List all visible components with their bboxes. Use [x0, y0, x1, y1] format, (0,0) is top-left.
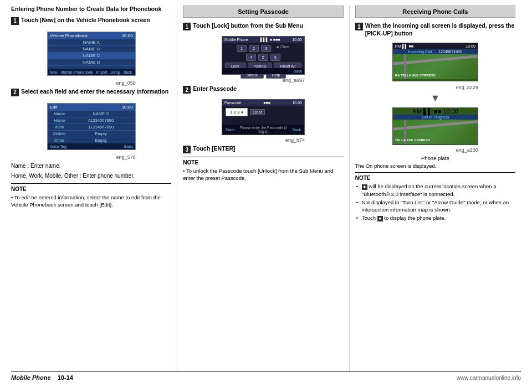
map-label-rm2: RM ▌▌ ■■	[412, 108, 441, 115]
footer-title: Mobile Phone 10-14	[11, 374, 73, 381]
col2-screen2-caption: eng_b74	[222, 137, 305, 143]
col-receiving-calls: Receiving Phone Calls 1 When the incomin…	[350, 6, 521, 372]
col1-step1-heading: 1 Touch [New] on the Vehicle Phonebook s…	[11, 17, 171, 25]
map-bg: KA TELLA AVE CYPRESS	[393, 54, 478, 79]
col1-note: NOTE • To edit he entered information, s…	[11, 183, 171, 209]
footer-title-text: Mobile Phone	[11, 374, 51, 381]
col3-note: NOTE ■ will be displayed on the current …	[355, 172, 515, 221]
vp-titlebar: Vehicle Phonebook 10:00	[48, 32, 135, 39]
col3-step1-text: When the incoming call screen is display…	[365, 22, 515, 37]
footer-page: 10-14	[58, 374, 73, 381]
pe-toolbar: Enter Please enter the Passcode (4 Digit…	[222, 125, 304, 135]
pe-time: 10:00	[292, 101, 302, 105]
map-body1: KA TELLA AVE CYPRESS	[393, 54, 478, 79]
vp-btn-back: Back	[124, 70, 132, 74]
vp-row4: NAME D	[48, 59, 135, 66]
ps-btn-6: 6	[270, 54, 280, 61]
page-footer: Mobile Phone 10-14 www.carmanualonline.i…	[11, 372, 521, 381]
ps-btn-4: 4	[246, 54, 256, 61]
col2-step2-num: 2	[183, 86, 191, 94]
col1-vp-screen: Vehicle Phonebook 10:00 NAME A NAME B NA…	[47, 32, 136, 76]
col2-step2-heading: 2 Enter Passcode	[183, 85, 343, 94]
pe-titlebar: Passcode ■■■ 10:00	[222, 100, 304, 106]
col2-step3-heading: 3 Touch [ENTER]	[183, 145, 343, 153]
col2-screen1-wrapper: Mobile Phone ▌▌▌ ■ ■■■ 10:00 1 2 3 ◄ Cle…	[183, 34, 343, 83]
pe-body: 1 2 3 4 Clear	[222, 106, 304, 120]
vp-row2: NAME B	[48, 46, 135, 53]
pe-enter-btn: Enter	[226, 128, 235, 132]
col2-step1-num: 1	[183, 23, 191, 30]
col1-step1-text: Touch [New] on the Vehicle Phonebook scr…	[21, 17, 150, 24]
vp-toolbar: New Mobile Phonebook Import Jump Back	[48, 69, 135, 75]
col3-header: Receiving Phone Calls	[355, 6, 515, 18]
edit-btn-back: Back	[124, 145, 133, 148]
edit-field-work: Work 11234567890	[48, 124, 135, 131]
col3-screen1-wrapper: RM ▌▌ ■■ 10:00 Incoming Call 12345671000…	[355, 40, 515, 90]
col1-screen2-caption: eng_578	[47, 154, 136, 160]
map-street-label1: KA TELLA AVE CYPRESS	[395, 74, 436, 77]
edit-toolbar: Voice Tag Back	[48, 143, 135, 149]
edit-time: 10:00	[122, 105, 133, 110]
ps-btn-5: 5	[258, 54, 268, 61]
edit-titlebar: Edit 10:00	[48, 104, 135, 111]
edit-field-name: Name NAME G	[48, 111, 135, 117]
map-time2: 10:00	[443, 108, 458, 115]
col1-step2-text: Select each field and enter the necessar…	[21, 88, 168, 96]
ps-body: 1 2 3 ◄ Clear 4 5 6 Lock Pairing	[222, 43, 304, 82]
map-body2: TELLA AVE CYPRESS	[393, 120, 478, 144]
edit-btn-voicetag: Voice Tag	[50, 145, 66, 148]
col2-step2-text: Enter Passcode	[193, 85, 237, 93]
col2-step3-text: Touch [ENTER]	[193, 145, 235, 153]
map-street-label2: TELLA AVE CYPRESS	[395, 138, 430, 142]
pe-signal: ■■■	[263, 101, 270, 105]
col3-step1-num: 1	[355, 23, 363, 30]
inprogress-label: Call In Progress	[421, 115, 449, 119]
ps-row2: 4 5 6	[224, 54, 302, 61]
col1-screen2-wrapper: Edit 10:00 Name NAME G Home 01234567890 …	[11, 100, 171, 160]
ps-btn-1: 1	[237, 45, 247, 52]
col1-edit-screen: Edit 10:00 Name NAME G Home 01234567890 …	[47, 103, 136, 150]
col2-step3-num: 3	[183, 146, 191, 153]
vp-row3: NAME C	[48, 53, 135, 59]
ps-time: 10:00	[292, 38, 302, 42]
incoming-label: Incoming Call	[408, 50, 432, 54]
pe-title-text: Passcode	[224, 101, 242, 105]
pe-clear-btn: Clear	[250, 109, 265, 115]
col1-note-title: NOTE	[11, 186, 171, 192]
col3-step1-heading: 1 When the incoming call screen is displ…	[355, 22, 515, 37]
col1-screen1-caption: eng_050	[47, 80, 136, 86]
ps-btn-2: 2	[249, 45, 259, 52]
col-setting-passcode: Setting Passcode 1 Touch [Lock] button f…	[177, 6, 349, 372]
col3-screen1-caption: eng_a229	[392, 85, 478, 90]
phone-plate-icon: ■	[377, 216, 383, 221]
ps-row1: 1 2 3 ◄ Clear	[224, 45, 302, 52]
ps-toolbar: Back	[222, 68, 304, 74]
footer-url: www.carmanualonline.info	[457, 375, 521, 381]
ps-title-text: Mobile Phone	[224, 38, 248, 42]
page-container: Entering Phone Number to Create Data for…	[0, 0, 532, 392]
col3-note-item2: Not displayed in "Turn List" or "Arrow G…	[355, 199, 515, 214]
map-header1: RM ▌▌ ■■ 10:00	[393, 43, 478, 49]
bluetooth-icon: ■	[362, 184, 367, 190]
vp-btn-jump: Jump	[111, 70, 120, 74]
col1-note-text: • To edit he entered information, select…	[11, 194, 171, 209]
ps-btn-3: 3	[261, 45, 271, 52]
map-calling-bar: Incoming Call 12345671000	[393, 49, 478, 54]
field-val-name: NAME G	[69, 111, 133, 116]
field-label-work: Work	[50, 125, 69, 130]
col2-step1-text: Touch [Lock] button from the Sub Menu	[193, 22, 303, 30]
col1-info1: Name : Enter name.	[11, 162, 171, 170]
col3-inprogress-screen: RM ▌▌ ■■ 10:00 Call In Progress TELLA AV…	[392, 107, 478, 145]
vp-time: 10:00	[122, 33, 133, 38]
on-phone-text: The On phone screen is displayed.	[355, 163, 515, 169]
col2-note-text: • To unlock the Passcode touch [Unlock] …	[183, 167, 343, 182]
map-label-rm: RM ▌▌ ■■	[395, 44, 413, 48]
col2-note: NOTE • To unlock the Passcode touch [Unl…	[183, 157, 343, 182]
vp-row1: NAME A	[48, 39, 135, 46]
col3-note-item1: ■ will be displayed on the current locat…	[355, 183, 515, 198]
col3-screen2-wrapper: RM ▌▌ ■■ 10:00 Call In Progress TELLA AV…	[355, 106, 515, 153]
map-header2: RM ▌▌ ■■ 10:00	[393, 108, 478, 115]
col1-section-title: Entering Phone Number to Create Data for…	[11, 6, 171, 13]
pe-digits: 1 2 3 4	[226, 108, 248, 116]
ps-clear-icon: ◄ Clear	[275, 45, 290, 52]
